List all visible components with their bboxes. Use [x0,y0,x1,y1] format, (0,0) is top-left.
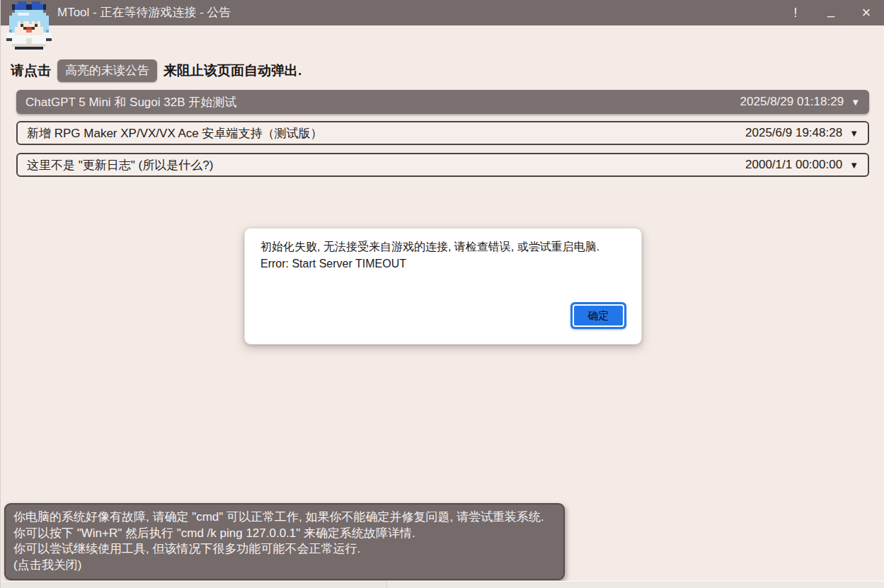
error-dialog: 初始化失败, 无法接受来自游戏的连接, 请检查错误, 或尝试重启电脑. Erro… [244,228,642,345]
mtool-window: MTool - 正在等待游戏连接 - 公告 ! _ × [0,0,884,588]
announcement-title: 新增 RPG Maker XP/VX/VX Ace 安卓端支持（测试版） [27,125,745,142]
instruction-prefix: 请点击 [11,62,51,80]
tooltip-close-hint: (点击我关闭) [13,558,556,574]
window-controls: ! _ × [778,0,884,25]
alert-icon[interactable]: ! [778,0,813,25]
ok-button[interactable]: 确定 [570,302,626,329]
background-window-edge [1,581,884,588]
window-title: MTool - 正在等待游戏连接 - 公告 [57,0,231,25]
titlebar: MTool - 正在等待游戏连接 - 公告 ! _ × [1,0,884,25]
chevron-down-icon[interactable]: ▼ [849,129,859,138]
instruction-line: 请点击 高亮的未读公告 来阻止该页面自动弹出. [11,59,302,82]
announcement-date: 2025/8/29 01:18:29 [740,95,844,109]
announcement-date: 2000/1/1 00:00:00 [745,158,842,172]
chevron-down-icon[interactable]: ▼ [851,98,860,107]
background-window-edge-right [387,582,884,588]
announcement-row[interactable]: 这里不是 "更新日志" (所以是什么?) 2000/1/1 00:00:00 ▼ [16,153,869,177]
announcement-date: 2025/6/9 19:48:28 [745,126,842,140]
instruction-suffix: 来阻止该页面自动弹出. [163,62,302,80]
announcement-row-unread[interactable]: ChatGPT 5 Mini 和 Sugoi 32B 开始测试 2025/8/2… [16,90,869,114]
close-button[interactable]: × [849,0,884,25]
tooltip-line: 你可以按下 "Win+R" 然后执行 "cmd /k ping 127.0.0.… [13,526,556,542]
announcement-title: ChatGPT 5 Mini 和 Sugoi 32B 开始测试 [25,94,740,110]
tooltip-line: 你可以尝试继续使用工具, 但该情况下很多功能可能不会正常运行. [13,541,556,558]
announcement-row[interactable]: 新增 RPG Maker XP/VX/VX Ace 安卓端支持（测试版） 202… [16,121,869,145]
system-warning-tooltip[interactable]: 你电脑的系统好像有故障, 请确定 "cmd" 可以正常工作, 如果你不能确定并修… [4,503,565,580]
unread-badge-sample: 高亮的未读公告 [57,59,157,82]
error-message: 初始化失败, 无法接受来自游戏的连接, 请检查错误, 或尝试重启电脑. Erro… [260,238,626,272]
chevron-down-icon[interactable]: ▼ [849,161,859,170]
background-window-divider [386,582,387,588]
minimize-button[interactable]: _ [813,0,849,25]
tooltip-line: 你电脑的系统好像有故障, 请确定 "cmd" 可以正常工作, 如果你不能确定并修… [13,509,556,526]
announcement-title: 这里不是 "更新日志" (所以是什么?) [27,157,745,173]
app-icon [6,1,52,50]
error-message-line1: 初始化失败, 无法接受来自游戏的连接, 请检查错误, 或尝试重启电脑. [260,238,626,255]
error-message-line2: Error: Start Server TIMEOUT [260,255,626,272]
